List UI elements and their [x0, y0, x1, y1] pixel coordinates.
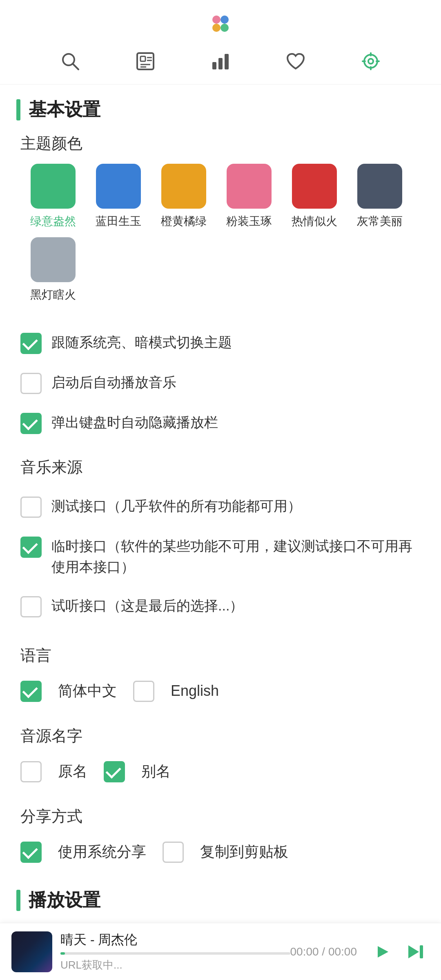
color-item-pink[interactable]: 粉装玉琢	[216, 164, 282, 229]
nav-settings[interactable]	[358, 48, 384, 74]
color-item-dark-gray[interactable]: 灰常美丽	[347, 164, 412, 229]
checkbox-trial-api[interactable]: 试听接口（这是最后的选择...）	[16, 587, 425, 626]
color-label-green: 绿意盎然	[30, 214, 76, 229]
checkbox-english-box	[133, 681, 154, 702]
color-grid: 绿意盎然 蓝田生玉 橙黄橘绿 粉装玉琢 热情似火 灰常美丽 黑灯瞎火	[16, 164, 425, 311]
checkbox-original-label: 原名	[58, 762, 87, 782]
player-play-button[interactable]	[367, 938, 395, 966]
share-system[interactable]: 使用系统分享	[20, 841, 146, 863]
color-swatch-light-gray	[31, 237, 76, 282]
theme-color-label: 主题颜色	[16, 133, 425, 154]
checkbox-alias-label: 别名	[141, 762, 171, 782]
svg-point-16	[368, 59, 373, 64]
player-thumbnail[interactable]	[11, 931, 52, 972]
color-item-orange[interactable]: 橙黄橘绿	[151, 164, 216, 229]
svg-point-15	[364, 55, 377, 68]
checkbox-original-box	[20, 761, 42, 782]
color-swatch-blue	[96, 164, 141, 209]
svg-line-5	[73, 64, 78, 69]
checkbox-temp-api[interactable]: 临时接口（软件的某些功能不可用，建议测试接口不可用再使用本接口）	[16, 528, 425, 586]
color-swatch-orange	[161, 164, 206, 209]
player-progress-fill	[60, 952, 65, 955]
svg-point-1	[220, 16, 229, 24]
nav-favorites[interactable]	[283, 48, 309, 74]
svg-marker-22	[378, 946, 388, 958]
checkbox-alias-box	[104, 761, 125, 782]
source-name-alias[interactable]: 别名	[104, 760, 171, 782]
color-item-red[interactable]: 热情似火	[282, 164, 347, 229]
checkbox-clipboard-box	[163, 842, 184, 863]
source-name-original[interactable]: 原名	[20, 760, 87, 782]
bottom-player: 晴天 - 周杰伦 URL获取中... 00:00 / 00:00	[0, 923, 441, 980]
color-item-blue[interactable]: 蓝田生玉	[86, 164, 151, 229]
player-url-status: URL获取中...	[60, 958, 290, 972]
language-section: 语言 简体中文 English	[0, 634, 441, 714]
music-source-section: 音乐来源 测试接口（几乎软件的所有功能都可用） 临时接口（软件的某些功能不可用，…	[0, 450, 441, 634]
player-time: 00:00 / 00:00	[290, 945, 357, 958]
checkbox-hide-player-box	[20, 413, 42, 434]
language-label: 语言	[16, 645, 425, 666]
color-item-light-gray[interactable]: 黑灯瞎火	[20, 237, 86, 303]
checkbox-trial-api-box	[20, 596, 42, 617]
checkbox-temp-api-label: 临时接口（软件的某些功能不可用，建议测试接口不可用再使用本接口）	[51, 536, 421, 577]
nav-album[interactable]	[132, 48, 158, 74]
checkbox-follow-system-theme[interactable]: 跟随系统亮、暗模式切换主题	[16, 324, 425, 362]
player-next-button[interactable]	[405, 940, 430, 964]
player-progress-bar[interactable]	[60, 952, 290, 955]
playback-settings-title: 播放设置	[29, 888, 100, 912]
checkbox-english-label: English	[171, 682, 219, 699]
color-label-red: 热情似火	[292, 214, 337, 229]
checkbox-temp-api-box	[20, 537, 42, 558]
language-english[interactable]: English	[133, 680, 219, 702]
nav-chart[interactable]	[207, 48, 234, 74]
svg-point-3	[220, 24, 229, 32]
top-logo-area	[0, 0, 441, 44]
source-name-label: 音源名字	[16, 726, 425, 746]
color-item-green[interactable]: 绿意盎然	[20, 164, 86, 229]
app-logo	[208, 11, 233, 36]
nav-search[interactable]	[57, 48, 83, 74]
checkbox-test-api[interactable]: 测试接口（几乎软件的所有功能都可用）	[16, 488, 425, 526]
checkbox-auto-play-box	[20, 373, 42, 394]
basic-settings-title: 基本设置	[29, 98, 100, 122]
playback-settings-header: 播放设置	[16, 888, 425, 912]
checkbox-follow-system-theme-box	[20, 333, 42, 354]
color-label-orange: 橙黄橘绿	[161, 214, 207, 229]
playback-section-bar	[16, 890, 20, 911]
player-song-title[interactable]: 晴天 - 周杰伦	[60, 931, 290, 949]
share-clipboard[interactable]: 复制到剪贴板	[163, 841, 288, 863]
color-label-pink: 粉装玉琢	[226, 214, 272, 229]
checkbox-follow-system-theme-label: 跟随系统亮、暗模式切换主题	[51, 332, 421, 353]
music-source-label: 音乐来源	[16, 457, 425, 478]
language-options: 简体中文 English	[16, 676, 425, 706]
checkbox-clipboard-label: 复制到剪贴板	[200, 842, 288, 862]
basic-settings-header: 基本设置	[16, 98, 425, 122]
svg-rect-14	[225, 54, 229, 69]
share-method-section: 分享方式 使用系统分享 复制到剪贴板	[0, 795, 441, 875]
player-info: 晴天 - 周杰伦 URL获取中...	[60, 931, 290, 972]
checkbox-auto-play-on-start[interactable]: 启动后自动播放音乐	[16, 364, 425, 402]
checkbox-test-api-label: 测试接口（几乎软件的所有功能都可用）	[51, 496, 421, 517]
color-label-dark-gray: 灰常美丽	[357, 214, 403, 229]
color-label-blue: 蓝田生玉	[96, 214, 141, 229]
player-thumb-image	[11, 931, 52, 972]
svg-rect-24	[420, 945, 423, 958]
checkbox-chinese-box	[20, 681, 42, 702]
color-label-light-gray: 黑灯瞎火	[30, 287, 76, 303]
color-swatch-pink	[227, 164, 272, 209]
checkbox-system-share-label: 使用系统分享	[58, 842, 146, 862]
checkbox-hide-player-label: 弹出键盘时自动隐藏播放栏	[51, 412, 421, 433]
checkbox-auto-play-label: 启动后自动播放音乐	[51, 372, 421, 393]
basic-settings-section: 基本设置 主题颜色 绿意盎然 蓝田生玉 橙黄橘绿 粉装玉琢 热情似火 灰常美丽	[0, 85, 441, 450]
color-swatch-red	[292, 164, 337, 209]
svg-rect-13	[218, 58, 223, 69]
svg-rect-12	[212, 62, 216, 69]
checkbox-test-api-box	[20, 497, 42, 518]
language-chinese[interactable]: 简体中文	[20, 680, 117, 702]
svg-marker-23	[408, 945, 419, 958]
checkbox-system-share-box	[20, 842, 42, 863]
checkbox-hide-player-keyboard[interactable]: 弹出键盘时自动隐藏播放栏	[16, 404, 425, 442]
color-swatch-green	[31, 164, 76, 209]
source-name-section: 音源名字 原名 别名	[0, 714, 441, 795]
player-controls	[367, 938, 430, 966]
